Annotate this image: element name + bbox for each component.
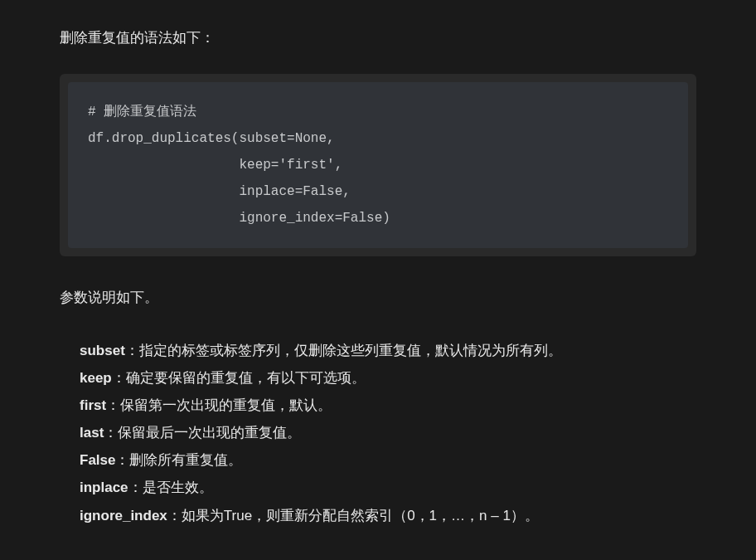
param-desc: ：指定的标签或标签序列，仅删除这些列重复值，默认情况为所有列。 (125, 343, 562, 358)
param-item-first: first：保留第一次出现的重复值，默认。 (80, 392, 696, 419)
param-item-last: last：保留最后一次出现的重复值。 (80, 419, 696, 446)
code-block-wrapper: # 删除重复值语法 df.drop_duplicates(subset=None… (60, 74, 696, 256)
code-content: # 删除重复值语法 df.drop_duplicates(subset=None… (88, 99, 668, 231)
param-desc: ：保留第一次出现的重复值，默认。 (106, 397, 332, 413)
intro-text: 删除重复值的语法如下： (60, 27, 696, 51)
param-name: keep (80, 370, 112, 386)
param-item-keep: keep：确定要保留的重复值，有以下可选项。 (80, 364, 696, 392)
param-desc: ：确定要保留的重复值，有以下可选项。 (112, 370, 366, 386)
param-item-ignore-index: ignore_index：如果为True，则重新分配自然索引（0，1，…，n –… (80, 502, 696, 529)
param-list: subset：指定的标签或标签序列，仅删除这些列重复值，默认情况为所有列。 ke… (60, 337, 696, 529)
param-desc: ：保留最后一次出现的重复值。 (104, 425, 301, 441)
param-name: subset (80, 343, 125, 358)
param-intro: 参数说明如下。 (60, 286, 696, 310)
param-desc: ：是否生效。 (128, 480, 213, 495)
code-block: # 删除重复值语法 df.drop_duplicates(subset=None… (68, 82, 688, 248)
param-desc: ：删除所有重复值。 (115, 452, 242, 468)
param-item-subset: subset：指定的标签或标签序列，仅删除这些列重复值，默认情况为所有列。 (80, 337, 696, 364)
param-item-false: False：删除所有重复值。 (80, 446, 696, 474)
document-content: 删除重复值的语法如下： # 删除重复值语法 df.drop_duplicates… (0, 0, 756, 529)
param-item-inplace: inplace：是否生效。 (80, 474, 696, 501)
param-name: inplace (80, 480, 128, 495)
param-desc: ：如果为True，则重新分配自然索引（0，1，…，n – 1）。 (167, 508, 539, 523)
param-name: first (80, 397, 106, 413)
param-name: last (80, 425, 104, 441)
param-name: False (80, 452, 115, 468)
param-name: ignore_index (80, 508, 167, 523)
